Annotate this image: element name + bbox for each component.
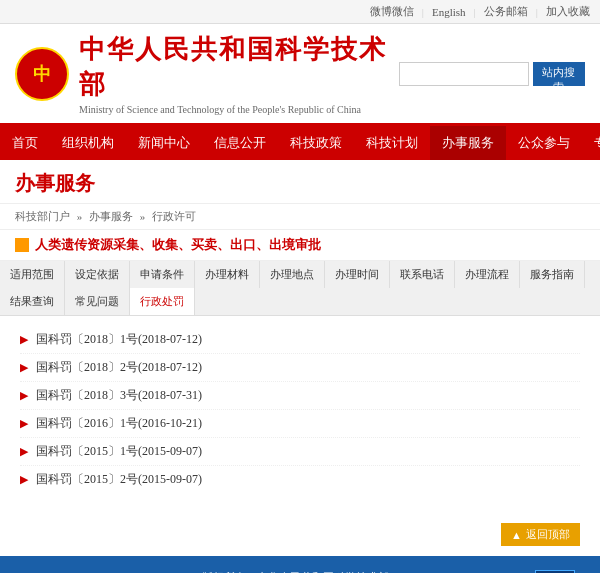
back-top-label: 返回顶部 xyxy=(526,527,570,542)
doc-list-item: ▶国科罚〔2015〕1号(2015-09-07) xyxy=(20,438,580,466)
section-title-text: 人类遗传资源采集、收集、买卖、出口、出境审批 xyxy=(35,236,321,254)
search-button[interactable]: 站内搜索 xyxy=(533,62,585,86)
nav-item-plan[interactable]: 科技计划 xyxy=(354,126,430,160)
breadcrumb-service[interactable]: 办事服务 xyxy=(89,210,133,222)
section-title: 人类遗传资源采集、收集、买卖、出口、出境审批 xyxy=(15,236,585,254)
top-bar: 微博微信 | English | 公务邮箱 | 加入收藏 xyxy=(0,0,600,24)
header-right: 站内搜索 xyxy=(399,62,585,86)
english-link[interactable]: English xyxy=(432,6,466,18)
main-nav: 首页 组织机构 新闻中心 信息公开 科技政策 科技计划 办事服务 公众参与 专题… xyxy=(0,126,600,160)
doc-list-item: ▶国科罚〔2018〕1号(2018-07-12) xyxy=(20,326,580,354)
sub-nav-faq[interactable]: 常见问题 xyxy=(65,288,130,315)
site-subtitle: Ministry of Science and Technology of th… xyxy=(79,104,399,115)
breadcrumb-current: 行政许可 xyxy=(152,210,196,222)
document-list: ▶国科罚〔2018〕1号(2018-07-12)▶国科罚〔2018〕2号(201… xyxy=(20,326,580,493)
search-input[interactable] xyxy=(399,62,529,86)
search-box: 站内搜索 xyxy=(399,62,585,86)
sub-nav-query[interactable]: 结果查询 xyxy=(0,288,65,315)
section-icon xyxy=(15,238,29,252)
nav-item-home[interactable]: 首页 xyxy=(0,126,50,160)
doc-link[interactable]: 国科罚〔2015〕1号(2015-09-07) xyxy=(36,443,202,460)
nav-item-info[interactable]: 信息公开 xyxy=(202,126,278,160)
logo-char: 中 xyxy=(33,62,51,86)
nav-item-policy[interactable]: 科技政策 xyxy=(278,126,354,160)
doc-arrow-icon: ▶ xyxy=(20,417,28,430)
weibo-link[interactable]: 微博微信 xyxy=(370,4,414,19)
nav-item-service[interactable]: 办事服务 xyxy=(430,126,506,160)
doc-arrow-icon: ▶ xyxy=(20,333,28,346)
section-title-bar: 人类遗传资源采集、收集、买卖、出口、出境审批 xyxy=(0,230,600,261)
page-title-bar: 办事服务 xyxy=(0,160,600,204)
sub-nav-process[interactable]: 办理流程 xyxy=(455,261,520,288)
back-top-button[interactable]: ▲ 返回顶部 xyxy=(501,523,580,546)
sub-nav-basis[interactable]: 设定依据 xyxy=(65,261,130,288)
back-top-bar: ▲ 返回顶部 xyxy=(0,513,600,556)
doc-link[interactable]: 国科罚〔2018〕1号(2018-07-12) xyxy=(36,331,202,348)
doc-link[interactable]: 国科罚〔2018〕2号(2018-07-12) xyxy=(36,359,202,376)
footer-text: 版权所有：中华人民共和国科学技术部 地址：北京市复兴路乙16号 邮编：10086… xyxy=(80,568,510,573)
site-title: 中华人民共和国科学技术部 xyxy=(79,32,399,102)
logo-emblem: 中 xyxy=(15,47,69,101)
sub-nav-guide[interactable]: 服务指南 xyxy=(520,261,585,288)
header-left: 中 中华人民共和国科学技术部 Ministry of Science and T… xyxy=(15,32,399,115)
logo-text: 中华人民共和国科学技术部 Ministry of Science and Tec… xyxy=(79,32,399,115)
doc-link[interactable]: 国科罚〔2016〕1号(2016-10-21) xyxy=(36,415,202,432)
nav-item-special[interactable]: 专题专栏 xyxy=(582,126,600,160)
nav-item-news[interactable]: 新闻中心 xyxy=(126,126,202,160)
breadcrumb-portal[interactable]: 科技部门户 xyxy=(15,210,70,222)
content-area: ▶国科罚〔2018〕1号(2018-07-12)▶国科罚〔2018〕2号(201… xyxy=(0,316,600,513)
sub-nav: 适用范围 设定依据 申请条件 办理材料 办理地点 办理时间 联系电话 办理流程 … xyxy=(0,261,600,316)
breadcrumb: 科技部门户 » 办事服务 » 行政许可 xyxy=(0,204,600,230)
doc-list-item: ▶国科罚〔2016〕1号(2016-10-21) xyxy=(20,410,580,438)
doc-arrow-icon: ▶ xyxy=(20,473,28,486)
back-top-icon: ▲ xyxy=(511,529,522,541)
sub-nav-phone[interactable]: 联系电话 xyxy=(390,261,455,288)
favorite-link[interactable]: 加入收藏 xyxy=(546,4,590,19)
sub-nav-time[interactable]: 办理时间 xyxy=(325,261,390,288)
sub-nav-location[interactable]: 办理地点 xyxy=(260,261,325,288)
doc-arrow-icon: ▶ xyxy=(20,389,28,402)
doc-link[interactable]: 国科罚〔2015〕2号(2015-09-07) xyxy=(36,471,202,488)
page-title: 办事服务 xyxy=(15,172,95,194)
doc-arrow-icon: ▶ xyxy=(20,361,28,374)
nav-item-public[interactable]: 公众参与 xyxy=(506,126,582,160)
doc-list-item: ▶国科罚〔2015〕2号(2015-09-07) xyxy=(20,466,580,493)
email-link[interactable]: 公务邮箱 xyxy=(484,4,528,19)
header: 中 中华人民共和国科学技术部 Ministry of Science and T… xyxy=(0,24,600,126)
doc-link[interactable]: 国科罚〔2018〕3号(2018-07-31) xyxy=(36,387,202,404)
doc-list-item: ▶国科罚〔2018〕2号(2018-07-12) xyxy=(20,354,580,382)
footer-copyright: 版权所有：中华人民共和国科学技术部 xyxy=(80,568,510,573)
nav-item-org[interactable]: 组织机构 xyxy=(50,126,126,160)
doc-arrow-icon: ▶ xyxy=(20,445,28,458)
footer: 中 版权所有：中华人民共和国科学技术部 地址：北京市复兴路乙16号 邮编：100… xyxy=(0,556,600,573)
sub-nav-materials[interactable]: 办理材料 xyxy=(195,261,260,288)
doc-list-item: ▶国科罚〔2018〕3号(2018-07-31) xyxy=(20,382,580,410)
sub-nav-penalty[interactable]: 行政处罚 xyxy=(130,288,195,315)
sub-nav-scope[interactable]: 适用范围 xyxy=(0,261,65,288)
sub-nav-condition[interactable]: 申请条件 xyxy=(130,261,195,288)
